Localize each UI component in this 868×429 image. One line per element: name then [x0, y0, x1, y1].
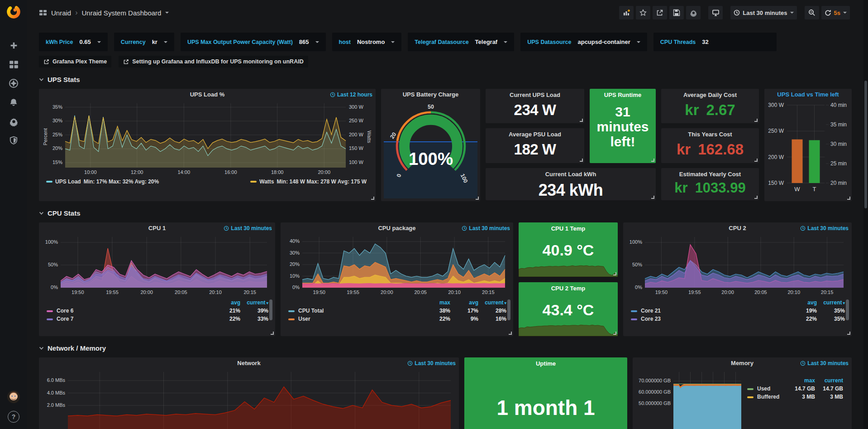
legend-sort-header[interactable]: max: [789, 376, 817, 385]
dashboards-icon[interactable]: [8, 59, 19, 70]
panel-resize-handle[interactable]: [847, 332, 850, 335]
panel-title[interactable]: Memory: [731, 360, 754, 366]
panel-title[interactable]: CPU 1: [148, 225, 166, 231]
legend-entry[interactable]: UPS LoadMin: 17% Max: 32% Avg: 20%: [46, 178, 159, 185]
legend-sort-header[interactable]: current▾: [481, 299, 509, 307]
dashboard-link[interactable]: Setting up Grafana and InfluxDB for UPS …: [119, 56, 308, 67]
refresh-button[interactable]: 5s: [821, 6, 850, 19]
panel-resize-handle[interactable]: [509, 332, 512, 335]
panel-resize-handle[interactable]: [651, 196, 654, 199]
panel-resize-handle[interactable]: [847, 197, 850, 200]
panel-title[interactable]: UPS Load %: [190, 91, 225, 98]
legend-series[interactable]: Core 21: [629, 307, 791, 315]
panel-title[interactable]: Network: [237, 360, 260, 366]
panel-resize-handle[interactable]: [613, 332, 616, 335]
variable-telegraf-datasource[interactable]: Telegraf DatasourceTelegraf: [408, 33, 514, 51]
section-network-memory[interactable]: Network / Memory: [39, 344, 852, 352]
panel-time-range[interactable]: Last 30 minutes: [407, 357, 456, 369]
share-button[interactable]: [653, 6, 667, 19]
panel-resize-handle[interactable]: [476, 197, 479, 200]
legend-scrollbar[interactable]: [846, 299, 849, 320]
settings-button[interactable]: [686, 6, 701, 19]
chevron-down-icon[interactable]: [165, 12, 169, 14]
cpu-package-chart[interactable]: 40%30%20%10%0%19:5019:5520:0020:0520:102…: [284, 234, 510, 298]
configuration-icon[interactable]: [8, 116, 19, 127]
panel-resize-handle[interactable]: [371, 197, 374, 200]
legend-sort-header[interactable]: current▾: [819, 299, 847, 307]
time-range-picker[interactable]: Last 30 minutes: [730, 6, 796, 19]
avatar[interactable]: [7, 390, 20, 404]
panel-time-range[interactable]: Last 12 hours: [330, 89, 372, 101]
panel-time-range[interactable]: Last 30 minutes: [224, 222, 272, 234]
variable-value[interactable]: Telegraf: [475, 39, 498, 45]
breadcrumb-current[interactable]: Unraid System Dashboard: [82, 9, 162, 17]
variable-value[interactable]: 0.65: [79, 39, 91, 45]
legend-scrollbar[interactable]: [269, 299, 272, 320]
section-ups-stats[interactable]: UPS Stats: [39, 76, 852, 83]
variable-value[interactable]: 32: [702, 39, 770, 45]
variable-ups-max-output-power-capacity-watt-[interactable]: UPS Max Output Power Capacity (Watt)865: [181, 33, 326, 51]
network-chart[interactable]: 6.0 MBs4.0 MBs2.0 MBs: [43, 369, 455, 429]
explore-icon[interactable]: [8, 78, 19, 89]
create-icon[interactable]: [8, 40, 19, 51]
breadcrumb-root[interactable]: Unraid: [51, 9, 71, 17]
grafana-logo-icon[interactable]: [6, 4, 21, 19]
alerting-icon[interactable]: [8, 97, 19, 108]
panel-resize-handle[interactable]: [754, 119, 758, 122]
panel-time-range[interactable]: Last 30 minutes: [800, 222, 849, 234]
cycle-view-button[interactable]: [708, 6, 723, 19]
legend-sort-header[interactable]: avg: [215, 299, 243, 307]
panel-time-range[interactable]: Last 30 minutes: [800, 357, 849, 369]
cpu2-chart[interactable]: 100%50%0%19:5019:5520:0020:0520:1020:15: [627, 234, 848, 298]
panel-resize-handle[interactable]: [754, 196, 758, 199]
variable-value[interactable]: kr: [152, 39, 157, 45]
variable-value[interactable]: Nostromo: [357, 39, 385, 45]
legend-series[interactable]: Core 23: [629, 315, 791, 323]
shield-icon[interactable]: [8, 135, 19, 146]
variable-host[interactable]: hostNostromo: [332, 33, 402, 51]
legend-series[interactable]: Core 6: [44, 307, 215, 315]
star-button[interactable]: [636, 6, 650, 19]
zoom-out-button[interactable]: [805, 6, 819, 19]
panel-resize-handle[interactable]: [651, 159, 654, 162]
panel-resize-handle[interactable]: [580, 159, 583, 162]
legend-sort-header[interactable]: avg: [453, 299, 481, 307]
variable-value[interactable]: 865: [299, 39, 309, 45]
variable-kwh-price[interactable]: kWh Price0.65: [39, 33, 108, 51]
legend-series[interactable]: Core 7: [44, 315, 215, 323]
save-button[interactable]: [669, 6, 684, 19]
legend-series[interactable]: CPU Total: [286, 307, 424, 315]
legend-sort-header[interactable]: avg: [791, 299, 819, 307]
svg-text:0: 0: [396, 173, 402, 178]
dashboard-link[interactable]: Grafana Plex Theme: [39, 56, 111, 67]
legend-scrollbar[interactable]: [507, 299, 510, 320]
legend-entry[interactable]: WattsMin: 148 W Max: 278 W Avg: 175 W: [250, 178, 367, 185]
legend-series[interactable]: User: [286, 315, 424, 323]
variable-ups-datasource[interactable]: UPS Datasourceapcupsd-container: [520, 33, 647, 51]
legend-sort-header[interactable]: max: [424, 299, 453, 307]
panel-resize-handle[interactable]: [754, 159, 758, 162]
panel-title[interactable]: UPS Battery Charge: [403, 91, 459, 98]
external-link-icon: [43, 59, 49, 65]
memory-chart[interactable]: 70.000000 GB60.000000 GB50.000000 GB: [633, 369, 745, 429]
panel-title[interactable]: CPU package: [378, 225, 415, 231]
scrollbar-thumb[interactable]: [864, 81, 867, 208]
legend-series[interactable]: Buffered: [745, 393, 789, 401]
variable-cpu-threads[interactable]: CPU Threads32: [653, 33, 777, 51]
variable-value[interactable]: apcupsd-container: [577, 39, 630, 45]
variable-currency[interactable]: Currencykr: [114, 33, 174, 51]
panel-title[interactable]: CPU 2: [729, 225, 746, 231]
legend-sort-header[interactable]: current: [817, 376, 845, 385]
ups-load-chart[interactable]: 35%300 W30%250 W25%200 W20%150 W15%100 W…: [44, 101, 369, 178]
section-cpu-stats[interactable]: CPU Stats: [39, 209, 852, 217]
panel-resize-handle[interactable]: [271, 332, 274, 335]
help-icon[interactable]: ?: [8, 411, 19, 423]
cpu1-chart[interactable]: 100%50%0%19:5019:5520:0020:0520:1020:15: [43, 234, 272, 298]
add-panel-button[interactable]: [619, 6, 634, 19]
panel-resize-handle[interactable]: [580, 119, 583, 122]
ups-bars-chart[interactable]: 300 W250 W200 W150 W40 min35 min30 min25…: [765, 101, 851, 194]
legend-sort-header[interactable]: current▾: [243, 299, 271, 307]
legend-series[interactable]: Used: [745, 385, 789, 393]
panel-resize-handle[interactable]: [613, 272, 616, 275]
panel-title[interactable]: UPS Load vs Time left: [777, 91, 839, 98]
